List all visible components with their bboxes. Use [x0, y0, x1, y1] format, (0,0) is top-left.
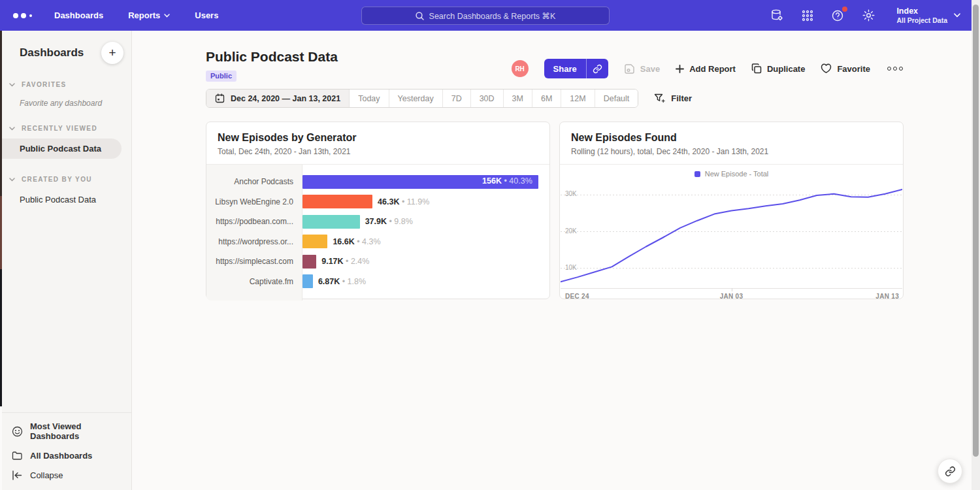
logo-dot [13, 13, 18, 18]
share-button-group: Share [544, 59, 608, 78]
create-dashboard-button[interactable]: + [101, 42, 123, 64]
bar-row: Libsyn WebEngine 2.046.3K • 11.9% [206, 192, 549, 212]
collapse-sidebar-button[interactable]: Collapse [2, 466, 131, 485]
date-preset-yesterday[interactable]: Yesterday [389, 90, 443, 107]
bar-track: 6.87K • 1.8% [302, 274, 549, 288]
footer-item-label: Most Viewed Dashboards [30, 421, 131, 441]
settings-gear-icon[interactable] [862, 8, 875, 22]
favorites-empty-text: Favorite any dashboard [2, 88, 131, 108]
bar: 156K • 40.3% [302, 175, 538, 189]
bar-category-label: https://podbean.com... [206, 217, 302, 226]
date-preset-12m[interactable]: 12M [561, 90, 595, 107]
date-preset-30d[interactable]: 30D [471, 90, 504, 107]
save-icon [624, 63, 635, 74]
main-content: Public Podcast Data Public RH Share Save [132, 31, 972, 490]
bar-value-label: 46.3K • 11.9% [378, 197, 429, 206]
project-subtitle: All Project Data [896, 16, 947, 24]
card-new-episodes-by-generator: New Episodes by Generator Total, Dec 24t… [206, 122, 550, 299]
line-chart: 10K20K30K [561, 180, 902, 289]
smiley-icon [12, 426, 23, 437]
background-window-edge-segment [0, 31, 2, 196]
bar [302, 274, 313, 288]
avatar[interactable]: RH [512, 60, 529, 77]
mixpanel-logo-icon[interactable] [13, 13, 32, 18]
sidebar-item-public-podcast-data[interactable]: Public Podcast Data [2, 189, 131, 210]
date-preset-default[interactable]: Default [595, 90, 638, 107]
date-preset-6m[interactable]: 6M [532, 90, 561, 107]
action-label: Duplicate [767, 64, 806, 74]
copy-link-floating-button[interactable] [938, 459, 962, 483]
bar-track: 16.6K • 4.3% [302, 235, 549, 248]
public-badge: Public [206, 71, 237, 82]
x-axis-label: JAN 03 [720, 293, 743, 300]
chevron-down-icon [9, 178, 15, 182]
y-axis-label: 30K [565, 191, 577, 198]
background-window-edge-segment [0, 269, 2, 406]
sidebar-item-public-podcast-data[interactable]: Public Podcast Data [2, 139, 122, 159]
action-label: Add Report [689, 64, 736, 74]
page-scrollbar [972, 0, 980, 490]
logo-dot [29, 14, 32, 17]
x-axis-label: JAN 13 [875, 293, 899, 300]
heart-icon [821, 63, 832, 74]
section-label: RECENTLY VIEWED [22, 125, 97, 132]
date-range-label: Dec 24, 2020 — Jan 13, 2021 [231, 94, 340, 103]
share-button[interactable]: Share [544, 59, 586, 78]
favorite-button[interactable]: Favorite [821, 63, 870, 74]
nav-item-dashboards[interactable]: Dashboards [54, 10, 103, 20]
apps-grid-icon[interactable] [801, 9, 814, 22]
bar-track: 9.17K • 2.4% [302, 255, 549, 269]
background-window-edge-segment [0, 196, 2, 269]
card-subtitle: Total, Dec 24th, 2020 - Jan 13th, 2021 [218, 147, 538, 156]
chevron-down-icon [954, 13, 960, 18]
bar-value-label: 6.87K • 1.8% [318, 277, 366, 286]
bar-value-label: 16.6K • 4.3% [333, 237, 380, 246]
section-recently-viewed[interactable]: RECENTLY VIEWED [2, 125, 131, 132]
data-management-icon[interactable] [770, 8, 784, 22]
help-icon[interactable] [831, 8, 845, 22]
filter-button[interactable]: Filter [654, 93, 692, 104]
chart-legend: New Episode - Total [560, 165, 903, 179]
link-icon [593, 64, 602, 74]
logo-dot [21, 13, 26, 18]
bar-row: https://simplecast.com9.17K • 2.4% [206, 252, 549, 272]
action-label: Save [640, 64, 660, 74]
date-preset-today[interactable]: Today [350, 90, 389, 107]
date-preset-7d[interactable]: 7D [443, 90, 471, 107]
bar-category-label: https://wordpress.or... [206, 237, 302, 246]
duplicate-icon [751, 63, 762, 74]
bar-value-label: 37.9K • 9.8% [365, 217, 413, 226]
nav-item-users[interactable]: Users [195, 10, 218, 20]
share-link-button[interactable] [586, 59, 608, 78]
chevron-down-icon [9, 127, 15, 131]
search-icon [416, 12, 424, 20]
most-viewed-dashboards-link[interactable]: Most Viewed Dashboards [2, 417, 131, 446]
date-range-button[interactable]: Dec 24, 2020 — Jan 13, 2021 [206, 90, 350, 107]
legend-swatch [694, 171, 700, 177]
x-axis-labels: DEC 24JAN 03JAN 13 [560, 289, 903, 303]
bar [302, 195, 372, 208]
bar-category-label: Libsyn WebEngine 2.0 [206, 197, 302, 206]
scrollbar-thumb[interactable] [973, 5, 979, 457]
card-title: New Episodes by Generator [218, 132, 538, 144]
nav-item-reports[interactable]: Reports [128, 10, 170, 20]
project-switcher[interactable]: Index All Project Data [896, 7, 960, 25]
card-new-episodes-found: New Episodes Found Rolling (12 hours), t… [559, 122, 904, 299]
nav-item-label: Dashboards [54, 10, 103, 20]
search-input[interactable]: Search Dashboards & Reports ⌘K [361, 7, 610, 25]
bar-category-label: https://simplecast.com [206, 257, 302, 266]
duplicate-button[interactable]: Duplicate [751, 63, 806, 74]
section-favorites[interactable]: FAVORITES [2, 81, 131, 88]
section-created-by-you[interactable]: CREATED BY YOU [2, 176, 131, 183]
all-dashboards-link[interactable]: All Dashboards [2, 446, 131, 466]
date-preset-3m[interactable]: 3M [504, 90, 532, 107]
sidebar-title: Dashboards [20, 46, 84, 59]
top-navbar: Dashboards Reports Users Search Dashboar… [0, 0, 980, 31]
more-options-button[interactable] [886, 64, 904, 73]
save-button[interactable]: Save [624, 63, 660, 74]
add-report-button[interactable]: Add Report [676, 64, 736, 74]
bar-track: 46.3K • 11.9% [302, 195, 549, 208]
collapse-icon [12, 470, 23, 480]
plus-icon [676, 65, 684, 73]
bar-row: https://podbean.com...37.9K • 9.8% [206, 212, 549, 232]
